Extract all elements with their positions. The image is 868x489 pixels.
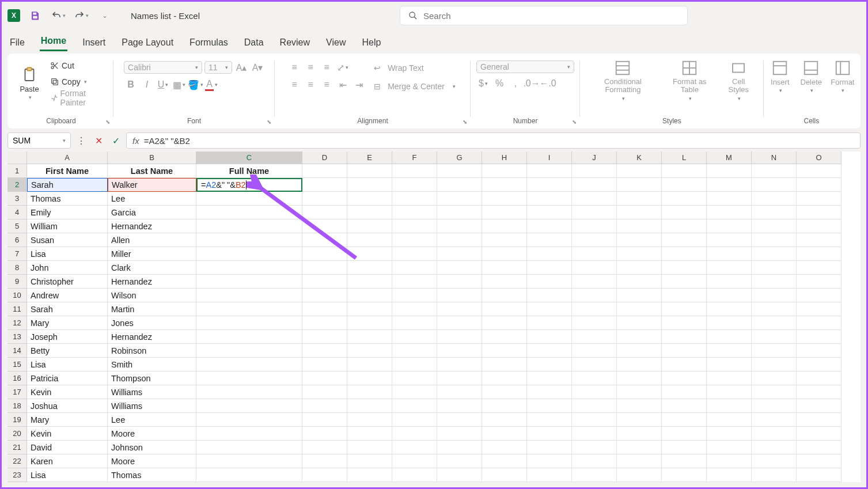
cell-O11[interactable] [797, 302, 842, 316]
cell-D8[interactable] [302, 261, 347, 275]
cell-K9[interactable] [617, 275, 662, 289]
cell-M12[interactable] [707, 316, 752, 330]
cell-O6[interactable] [797, 233, 842, 247]
cell-B8[interactable]: Clark [108, 261, 196, 275]
cell-G3[interactable] [437, 192, 482, 206]
cell-K17[interactable] [617, 385, 662, 399]
cell-K22[interactable] [617, 454, 662, 468]
cell-N7[interactable] [752, 247, 797, 261]
tab-formulas[interactable]: Formulas [188, 34, 229, 51]
cell-H6[interactable] [482, 233, 527, 247]
cell-D2[interactable] [302, 178, 347, 192]
cell-H8[interactable] [482, 261, 527, 275]
cell-H12[interactable] [482, 316, 527, 330]
cell-B4[interactable]: Garcia [108, 206, 196, 219]
cell-C13[interactable] [196, 330, 302, 344]
cell-N16[interactable] [752, 372, 797, 385]
cell-F22[interactable] [392, 454, 437, 468]
cell-A12[interactable]: Mary [27, 316, 108, 330]
cell-L20[interactable] [662, 427, 707, 441]
cell-F15[interactable] [392, 358, 437, 372]
cell-A11[interactable]: Sarah [27, 302, 108, 316]
cell-G15[interactable] [437, 358, 482, 372]
column-header-E[interactable]: E [347, 151, 392, 164]
cell-D10[interactable] [302, 289, 347, 302]
cell-E22[interactable] [347, 454, 392, 468]
cell-G12[interactable] [437, 316, 482, 330]
cell-M9[interactable] [707, 275, 752, 289]
cell-M21[interactable] [707, 441, 752, 454]
cell-J2[interactable] [572, 178, 617, 192]
cell-F2[interactable] [392, 178, 437, 192]
cell-M18[interactable] [707, 399, 752, 413]
cell-F12[interactable] [392, 316, 437, 330]
cell-I16[interactable] [527, 372, 572, 385]
cell-F16[interactable] [392, 372, 437, 385]
tab-review[interactable]: Review [279, 34, 311, 51]
cell-J4[interactable] [572, 206, 617, 219]
cell-N6[interactable] [752, 233, 797, 247]
cell-B9[interactable]: Hernandez [108, 275, 196, 289]
cell-F7[interactable] [392, 247, 437, 261]
cell-L6[interactable] [662, 233, 707, 247]
cell-J22[interactable] [572, 454, 617, 468]
cell-E15[interactable] [347, 358, 392, 372]
cell-D1[interactable] [302, 164, 347, 178]
cell-C5[interactable] [196, 219, 302, 233]
cell-O13[interactable] [797, 330, 842, 344]
cell-H9[interactable] [482, 275, 527, 289]
cell-C2[interactable]: =A2&" "&B2 [196, 178, 302, 192]
cell-D3[interactable] [302, 192, 347, 206]
cell-A2[interactable]: Sarah [27, 178, 108, 192]
cell-N2[interactable] [752, 178, 797, 192]
cell-N17[interactable] [752, 385, 797, 399]
cell-L3[interactable] [662, 192, 707, 206]
cell-I14[interactable] [527, 344, 572, 358]
cell-B18[interactable]: Williams [108, 399, 196, 413]
cell-I8[interactable] [527, 261, 572, 275]
cell-E21[interactable] [347, 441, 392, 454]
redo-icon[interactable]: ▾ [73, 7, 89, 24]
cell-N18[interactable] [752, 399, 797, 413]
cell-B20[interactable]: Moore [108, 427, 196, 441]
row-header-4[interactable]: 4 [7, 206, 27, 219]
cell-G21[interactable] [437, 441, 482, 454]
cell-N11[interactable] [752, 302, 797, 316]
cell-B16[interactable]: Thompson [108, 372, 196, 385]
cell-M7[interactable] [707, 247, 752, 261]
cell-N23[interactable] [752, 468, 797, 482]
cell-D16[interactable] [302, 372, 347, 385]
cell-M20[interactable] [707, 427, 752, 441]
cell-J5[interactable] [572, 219, 617, 233]
cell-G2[interactable] [437, 178, 482, 192]
cell-M17[interactable] [707, 385, 752, 399]
cell-K13[interactable] [617, 330, 662, 344]
cell-G14[interactable] [437, 344, 482, 358]
column-header-N[interactable]: N [752, 151, 797, 164]
cell-C4[interactable] [196, 206, 302, 219]
enter-formula-icon[interactable]: ✓ [109, 134, 123, 147]
cell-M22[interactable] [707, 454, 752, 468]
cell-C8[interactable] [196, 261, 302, 275]
excel-app-icon[interactable]: X [7, 9, 20, 22]
cell-O19[interactable] [797, 413, 842, 427]
cell-C10[interactable] [196, 289, 302, 302]
name-box[interactable]: SUM▾ [7, 132, 71, 149]
cell-D13[interactable] [302, 330, 347, 344]
column-header-K[interactable]: K [617, 151, 662, 164]
cell-L16[interactable] [662, 372, 707, 385]
cell-D21[interactable] [302, 441, 347, 454]
cell-D12[interactable] [302, 316, 347, 330]
row-header-15[interactable]: 15 [7, 358, 27, 372]
cell-O3[interactable] [797, 192, 842, 206]
cell-C1[interactable]: Full Name [196, 164, 302, 178]
cell-B10[interactable]: Wilson [108, 289, 196, 302]
cell-C14[interactable] [196, 344, 302, 358]
cell-A19[interactable]: Mary [27, 413, 108, 427]
paste-button[interactable]: Paste▾ [14, 58, 44, 108]
cell-K1[interactable] [617, 164, 662, 178]
cell-H17[interactable] [482, 385, 527, 399]
cell-K23[interactable] [617, 468, 662, 482]
cell-O9[interactable] [797, 275, 842, 289]
cell-G10[interactable] [437, 289, 482, 302]
